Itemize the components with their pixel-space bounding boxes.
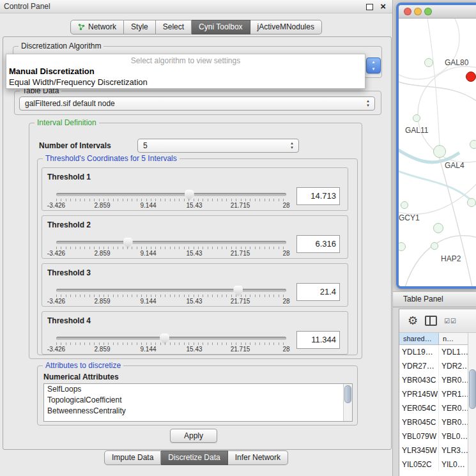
- scale-label: 21.715: [231, 298, 250, 305]
- slider-track[interactable]: [56, 241, 286, 244]
- selected-network-node[interactable]: [466, 72, 476, 82]
- attribute-item[interactable]: SelfLoops: [44, 384, 352, 395]
- threshold-1-value-field[interactable]: 14.713: [296, 187, 340, 205]
- network-icon: [78, 24, 85, 31]
- scale-label: 9.144: [140, 202, 156, 209]
- tab-network[interactable]: Network: [70, 20, 124, 35]
- dropdown-option-manual-discretization[interactable]: Manual Discretization: [6, 65, 365, 76]
- gear-icon[interactable]: ⚙: [408, 315, 418, 326]
- table-data-combobox[interactable]: galFiltered.sif default node ▲ ▼: [19, 96, 375, 111]
- algorithm-combobox-stepper[interactable]: ▲ ▼: [366, 58, 381, 73]
- arrow-down-icon: ▼: [367, 66, 380, 72]
- attribute-item[interactable]: TopologicalCoefficient: [44, 395, 352, 406]
- tab-infer-network[interactable]: Infer Network: [228, 450, 288, 465]
- network-node[interactable]: [433, 145, 446, 158]
- table-row[interactable]: YBR043CYBR0…: [399, 373, 468, 387]
- network-node-label: GAL80: [445, 58, 468, 67]
- scale-label: -3.426: [47, 202, 65, 209]
- threshold-4-slider[interactable]: -3.426 2.859 9.144 15.43 21.715 28: [56, 334, 286, 353]
- table-row[interactable]: YDR27…YDR2…: [399, 359, 468, 373]
- tab-style[interactable]: Style: [124, 20, 156, 35]
- threshold-3-value-field[interactable]: 21.4: [296, 283, 340, 301]
- combobox-stepper-icon[interactable]: ▲ ▼: [365, 99, 371, 108]
- table-scrollbar[interactable]: [468, 333, 476, 476]
- slider-ticks: [56, 247, 286, 249]
- column-header-name[interactable]: n…: [439, 333, 468, 344]
- tab-label: Cyni Toolbox: [199, 20, 242, 34]
- list-scrollbar-thumb[interactable]: [344, 385, 351, 403]
- table-row[interactable]: YER054CYER0…: [399, 401, 468, 415]
- network-node-label: HAP2: [441, 254, 461, 263]
- threshold-label: Threshold 1: [47, 173, 91, 181]
- window-title: Control Panel: [4, 2, 50, 11]
- threshold-4-panel: Threshold 4 -3.426 2.859 9.144 15.43 21.…: [42, 311, 348, 355]
- network-node[interactable]: [401, 201, 408, 209]
- tab-label: Discretize Data: [168, 451, 220, 464]
- arrow-down-icon: ▼: [365, 104, 371, 108]
- network-node-label: GAL4: [445, 161, 464, 170]
- zoom-window-button[interactable]: [424, 8, 432, 15]
- spinner-stepper-icon[interactable]: ▲ ▼: [289, 141, 295, 150]
- scale-label: -3.426: [47, 250, 65, 257]
- control-panel-window: Control Panel × Network Style: [0, 0, 393, 476]
- table-data-value: galFiltered.sif default node: [25, 99, 115, 108]
- threshold-4-value-field[interactable]: 11.344: [296, 331, 340, 349]
- number-of-intervals-spinner[interactable]: 5 ▲ ▼: [137, 139, 299, 153]
- column-header-shared-name[interactable]: shared…: [399, 333, 439, 344]
- columns-icon[interactable]: [425, 316, 437, 326]
- table-row[interactable]: YBR045CYBR0…: [399, 415, 468, 429]
- network-node[interactable]: [413, 114, 420, 122]
- close-window-button[interactable]: [404, 8, 411, 15]
- scale-label: 2.859: [94, 250, 110, 257]
- tab-cyni-toolbox[interactable]: Cyni Toolbox: [192, 20, 250, 35]
- control-panel-titlebar[interactable]: Control Panel ×: [0, 0, 392, 13]
- slider-scale: -3.426 2.859 9.144 15.43 21.715 28: [56, 250, 286, 257]
- threshold-1-slider[interactable]: -3.426 2.859 9.144 15.43 21.715 28: [56, 190, 286, 209]
- table-body: shared… n… YDL19…YDL1…YDR27…YDR2…YBR043C…: [399, 333, 476, 476]
- network-node[interactable]: [467, 198, 476, 207]
- scale-label: -3.426: [47, 346, 65, 353]
- scale-label: 9.144: [140, 298, 156, 305]
- tab-impute-data[interactable]: Impute Data: [104, 450, 161, 465]
- slider-track[interactable]: [56, 337, 286, 340]
- network-window-titlebar[interactable]: [399, 5, 476, 19]
- network-node[interactable]: [470, 140, 476, 149]
- tab-select[interactable]: Select: [156, 20, 192, 35]
- group-title: Interval Definition: [35, 118, 99, 127]
- threshold-3-slider[interactable]: -3.426 2.859 9.144 15.43 21.715 28: [56, 286, 286, 305]
- threshold-2-slider[interactable]: -3.426 2.859 9.144 15.43 21.715 28: [56, 238, 286, 257]
- dropdown-placeholder-option[interactable]: Select algorithm to view settings: [6, 54, 365, 65]
- list-scrollbar[interactable]: [343, 384, 352, 421]
- scale-label: 21.715: [231, 250, 250, 257]
- tab-discretize-data[interactable]: Discretize Data: [161, 450, 227, 465]
- tab-label: Network: [88, 20, 116, 34]
- group-title: Discretization Algorithm: [19, 42, 104, 50]
- table-panel-header[interactable]: Table Panel: [393, 291, 476, 307]
- scale-label: 15.43: [186, 298, 202, 305]
- close-icon[interactable]: ×: [380, 1, 386, 12]
- minimize-window-button[interactable]: [414, 8, 422, 15]
- network-node[interactable]: [424, 58, 433, 67]
- float-window-icon[interactable]: [366, 4, 373, 10]
- slider-track[interactable]: [56, 289, 286, 292]
- numerical-attributes-list[interactable]: SelfLoopsTopologicalCoefficientBetweenne…: [43, 383, 353, 422]
- table-row[interactable]: YIL052CYIL0…: [399, 457, 468, 472]
- arrow-down-icon: ▼: [289, 146, 295, 150]
- table-row[interactable]: YLR345WYLR3…: [399, 443, 468, 457]
- scale-label: 9.144: [140, 346, 156, 353]
- network-canvas[interactable]: GAL80GAL11GAL4GCY1HAP2: [399, 19, 476, 287]
- table-row[interactable]: YPR145WYPR1…: [399, 387, 468, 401]
- table-row[interactable]: YBL079WYBL0…: [399, 429, 468, 443]
- apply-button[interactable]: Apply: [170, 429, 217, 443]
- table-row[interactable]: YDL19…YDL1…: [399, 345, 468, 359]
- dropdown-option-equal-width[interactable]: Equal Width/Frequency Discretization: [6, 76, 365, 87]
- tab-jactivemnodules[interactable]: jActiveMNodules: [250, 20, 322, 35]
- arrow-up-icon: ▲: [365, 99, 371, 104]
- table-scrollbar-thumb[interactable]: [469, 369, 476, 409]
- network-node[interactable]: [433, 223, 443, 233]
- select-columns-icon[interactable]: ☑☑: [444, 318, 457, 325]
- threshold-2-value-field[interactable]: 6.316: [296, 235, 340, 253]
- attribute-item[interactable]: BetweennessCentrality: [44, 406, 352, 417]
- slider-track[interactable]: [56, 193, 286, 196]
- network-node[interactable]: [431, 242, 438, 250]
